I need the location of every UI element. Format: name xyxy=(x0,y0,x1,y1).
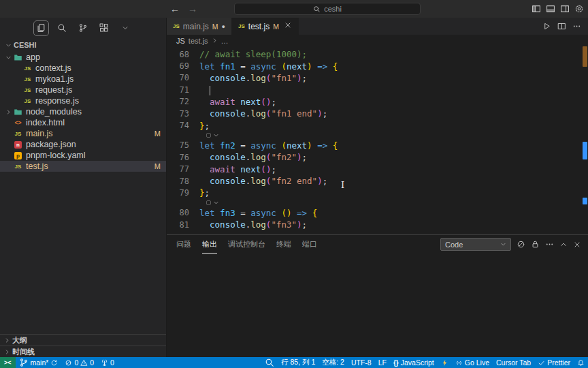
close-tab-icon[interactable] xyxy=(284,21,292,31)
layout-sidebar-left-icon[interactable] xyxy=(532,4,541,14)
editor-actions xyxy=(542,18,588,35)
statusbar-zoom-indicator[interactable] xyxy=(261,357,278,368)
inline-run-widget[interactable] xyxy=(167,132,588,140)
history-forward-icon[interactable]: → xyxy=(188,3,197,14)
panel-header: 问题输出调试控制台终端端口 Code xyxy=(167,235,588,254)
statusbar-encoding[interactable]: UTF-8 xyxy=(348,357,375,368)
tab-test.js[interactable]: JStest.jsM xyxy=(232,18,299,35)
js-file-icon: JS xyxy=(24,76,31,82)
statusbar-prettier[interactable]: Prettier xyxy=(534,357,574,368)
statusbar-git-branch[interactable]: main* xyxy=(16,357,62,368)
layout-sidebar-right-icon[interactable] xyxy=(560,4,570,14)
activity-explorer-button[interactable] xyxy=(33,20,49,36)
line-number[interactable]: 77 xyxy=(167,164,199,174)
run-button[interactable] xyxy=(542,22,551,31)
statusbar-notifications[interactable] xyxy=(574,357,588,368)
code-line-text[interactable]: console.log("fn2"); xyxy=(199,152,307,162)
tree-item[interactable]: JScontext.js xyxy=(0,63,166,74)
tab-main.js[interactable]: JSmain.jsM● xyxy=(167,18,232,35)
sidebar-section-大纲[interactable]: 大纲 xyxy=(0,334,166,346)
code-line-text[interactable]: let fn1 = async (next) => { xyxy=(199,61,338,72)
statusbar-go-live[interactable]: Go Live xyxy=(452,357,493,368)
maximize-panel-icon[interactable] xyxy=(559,241,568,249)
panel-tab-问题[interactable]: 问题 xyxy=(176,235,191,254)
statusbar-eol[interactable]: LF xyxy=(375,357,390,368)
tree-item[interactable]: JSmykoa1.js xyxy=(0,74,166,85)
tree-item[interactable]: JSmain.jsM xyxy=(0,128,166,139)
activity-extensions-button[interactable] xyxy=(97,20,112,36)
line-number[interactable]: 74 xyxy=(167,121,199,130)
line-number[interactable]: 73 xyxy=(167,109,199,119)
html-file-icon: <> xyxy=(15,119,22,126)
activity-more-views-button[interactable] xyxy=(118,20,133,36)
more-actions-icon[interactable] xyxy=(545,240,554,249)
panel-tab-端口[interactable]: 端口 xyxy=(302,235,317,254)
code-line-text[interactable]: await next(); xyxy=(199,164,276,174)
code-line-text[interactable]: let fn2 = async (next) => { xyxy=(199,140,338,151)
line-number[interactable]: 81 xyxy=(167,220,199,230)
split-editor-button[interactable] xyxy=(557,22,566,31)
line-number[interactable]: 79 xyxy=(167,188,199,198)
line-number[interactable]: 72 xyxy=(167,97,199,106)
line-number[interactable]: 68 xyxy=(167,50,199,59)
panel-tab-终端[interactable]: 终端 xyxy=(276,235,291,254)
code-line-text[interactable]: }; xyxy=(199,121,210,131)
statusbar-text: 空格: 2 xyxy=(322,358,344,367)
line-number[interactable]: 71 xyxy=(167,85,199,95)
line-number[interactable]: 78 xyxy=(167,177,199,186)
tree-item[interactable]: node_modules xyxy=(0,106,166,117)
settings-gear-icon[interactable] xyxy=(574,4,584,14)
statusbar-thunder-client[interactable] xyxy=(438,357,452,368)
layout-panel-icon[interactable] xyxy=(546,4,555,14)
line-number[interactable]: 80 xyxy=(167,208,199,217)
line-number[interactable]: 69 xyxy=(167,61,199,71)
history-back-icon[interactable]: ← xyxy=(170,3,180,14)
code-line-text[interactable]: await next(); xyxy=(199,97,276,107)
inline-run-widget[interactable] xyxy=(167,199,588,207)
overview-ruler[interactable] xyxy=(581,46,588,234)
tree-item[interactable]: JStest.jsM xyxy=(0,161,166,172)
files-icon xyxy=(36,23,46,33)
code-line-text[interactable] xyxy=(199,85,210,95)
tree-item[interactable]: JSrequest.js xyxy=(0,85,166,95)
code-line-text[interactable]: console.log("fn2 end"); xyxy=(199,176,327,186)
panel-tab-输出[interactable]: 输出 xyxy=(202,235,217,254)
code-line-text[interactable]: let fn3 = async () => { xyxy=(199,208,317,218)
command-center-search[interactable]: ceshi xyxy=(234,3,421,15)
output-panel-content[interactable] xyxy=(167,254,588,357)
code-line: 69let fn1 = async (next) => { xyxy=(167,60,588,72)
line-number[interactable]: 75 xyxy=(167,140,199,150)
panel-tab-调试控制台[interactable]: 调试控制台 xyxy=(228,235,265,254)
more-actions-button[interactable] xyxy=(572,22,581,31)
statusbar-cursor-position[interactable]: 行 85, 列 1 xyxy=(278,357,318,368)
activity-search-button[interactable] xyxy=(54,20,70,36)
code-line-text[interactable]: console.log("fn1"); xyxy=(199,73,307,83)
line-number[interactable]: 76 xyxy=(167,153,199,162)
sidebar-section-时间线[interactable]: 时间线 xyxy=(0,346,166,357)
code-line-text[interactable]: }; xyxy=(199,187,210,198)
statusbar-ports[interactable]: 0 xyxy=(97,357,118,368)
tree-item[interactable]: npackage.json xyxy=(0,139,166,150)
line-number[interactable]: 70 xyxy=(167,73,199,82)
explorer-section-header[interactable]: CESHI xyxy=(0,38,166,52)
dirty-indicator-icon[interactable]: ● xyxy=(222,23,225,30)
statusbar-indentation[interactable]: 空格: 2 xyxy=(318,357,348,368)
activity-source-control-button[interactable] xyxy=(76,20,91,36)
statusbar-cursor-tab[interactable]: Cursor Tab xyxy=(493,357,534,368)
clear-output-icon[interactable] xyxy=(517,240,525,249)
statusbar-language-mode[interactable]: {}JavaScript xyxy=(390,357,438,368)
tree-item[interactable]: app xyxy=(0,52,166,63)
code-line-text[interactable]: console.log("fn3"); xyxy=(199,219,307,230)
breadcrumb[interactable]: JS test.js … xyxy=(167,35,588,46)
code-editor[interactable]: 68// await sleep(1000);69let fn1 = async… xyxy=(167,46,588,234)
tree-item[interactable]: <>index.html xyxy=(0,117,166,128)
lock-scroll-icon[interactable] xyxy=(531,240,540,249)
code-line-text[interactable]: // await sleep(1000); xyxy=(199,49,307,59)
close-panel-icon[interactable] xyxy=(573,241,581,249)
tree-item[interactable]: ppnpm-lock.yaml xyxy=(0,150,166,161)
code-line-text[interactable]: console.log("fn1 end"); xyxy=(199,108,327,119)
output-channel-select[interactable]: Code xyxy=(440,238,511,251)
statusbar-problems[interactable]: 00 xyxy=(61,357,97,368)
statusbar-remote-indicator[interactable]: >< xyxy=(0,357,16,368)
tree-item[interactable]: JSresponse.js xyxy=(0,95,166,106)
